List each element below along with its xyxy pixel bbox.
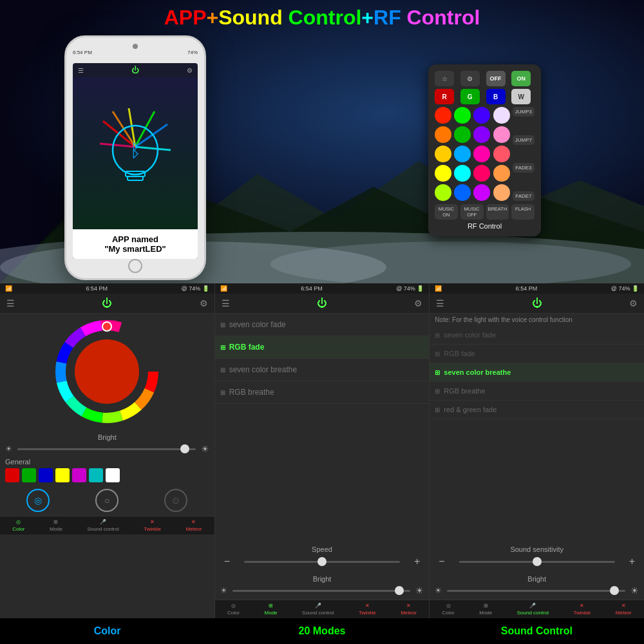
rf-color-6[interactable] [454, 126, 471, 143]
sound-mode-1[interactable]: ⊞ seven color fade [430, 326, 644, 345]
swatch-white[interactable] [106, 468, 120, 482]
mode-rgb-breathe[interactable]: ⊞ RGB breathe [215, 381, 430, 404]
sensitivity-slider[interactable]: Sound sensitivity − + [430, 542, 644, 571]
rf-btn-settings2: ⚙ [460, 71, 480, 86]
label-20modes: 20 Modes [214, 618, 429, 644]
label-sound-control: Sound Control [430, 618, 644, 644]
svg-text:ᛒ: ᛒ [130, 140, 141, 160]
status-time: 6:54 PM [86, 285, 108, 292]
panel-color: 📶 6:54 PM @ 74% 🔋 ☰ ⏻ ⚙ [0, 283, 214, 618]
swatch-green[interactable] [22, 468, 36, 482]
sound-mode-2[interactable]: ⊞ RGB fade [430, 345, 644, 363]
mode-rgb-fade[interactable]: ⊞ RGB fade [215, 336, 430, 359]
panel-mode-footer: ◎Color ⊞Mode 🎤Sound control ✕Twinkle ✕Me… [215, 600, 430, 618]
rf-btn-fade3[interactable]: FADE3 [513, 163, 535, 173]
status-signal: 📶 [5, 285, 12, 292]
rf-btn-music-on[interactable]: MUSIC ON [435, 204, 458, 220]
phone-showcase: 6:54 PM 74% ☰ ⏻ ⚙ [64, 35, 219, 267]
footer-twinkle-3[interactable]: ✕Twinkle [574, 603, 591, 616]
footer-sound[interactable]: 🎤Sound control [87, 519, 118, 532]
sound-mode-3[interactable]: ⊞ seven color breathe [430, 363, 644, 382]
rf-btn-w[interactable]: W [511, 89, 531, 104]
rf-control-label: RF Control [435, 222, 535, 230]
status-battery: @ 74% 🔋 [611, 285, 639, 292]
sound-mode-5[interactable]: ⊞ red & green fade [430, 401, 644, 419]
rf-color-10[interactable] [454, 146, 471, 162]
rf-color-13[interactable] [435, 165, 451, 182]
svg-point-28 [75, 339, 139, 404]
status-time: 6:54 PM [73, 50, 92, 55]
sensitivity-slider-row: − + [435, 556, 639, 567]
status-time: 6:54 PM [516, 285, 538, 292]
rf-btn-on[interactable]: ON [511, 71, 531, 86]
footer-mode[interactable]: ⊞Mode [50, 519, 62, 532]
top-section: APP+Sound Control+RF Control 6:54 PM 74%… [0, 0, 644, 283]
app-label: APP named "My smartLED" [73, 229, 198, 259]
footer-meteor-2[interactable]: ✕Meteor [401, 603, 417, 616]
footer-meteor[interactable]: ✕Meteor [185, 519, 202, 532]
rf-color-15[interactable] [473, 165, 490, 182]
footer-sound-2[interactable]: 🎤Sound control [302, 603, 334, 616]
rf-color-7[interactable] [473, 126, 490, 143]
footer-mode-2[interactable]: ⊞Mode [265, 603, 278, 616]
rf-color-1[interactable] [435, 107, 451, 124]
rf-color-20[interactable] [493, 184, 510, 201]
color-wheel-area [0, 314, 214, 430]
rf-color-16[interactable] [493, 165, 510, 182]
rf-color-9[interactable] [435, 146, 451, 162]
footer-color-2[interactable]: ◎Color [227, 603, 240, 616]
swatch-blue[interactable] [39, 468, 53, 482]
bright-slider[interactable]: Bright ☀ ☀ [0, 430, 214, 458]
general-label: General [0, 458, 214, 466]
rf-btn-jump3[interactable]: JUMP3 [513, 107, 535, 117]
slider-icons: ☀ ☀ [5, 444, 209, 454]
rf-color-8[interactable] [493, 126, 510, 143]
rf-color-17[interactable] [435, 184, 451, 201]
footer-twinkle[interactable]: ✕Twinkle [144, 519, 161, 532]
sound-mode-4[interactable]: ⊞ RGB breathe [430, 382, 644, 401]
rf-btn-fade7[interactable]: FADE7 [513, 191, 535, 201]
note-text: Note: For the light with the voice contr… [430, 314, 644, 326]
footer-sound-3[interactable]: 🎤Sound control [517, 603, 549, 616]
rf-color-14[interactable] [454, 165, 471, 182]
rf-btn-g[interactable]: G [460, 89, 480, 104]
rf-color-3[interactable] [473, 107, 490, 124]
footer-meteor-3[interactable]: ✕Meteor [616, 603, 632, 616]
swatch-red[interactable] [5, 468, 19, 482]
panel-color-status: 📶 6:54 PM @ 74% 🔋 [0, 283, 214, 294]
bottom-labels: Color 20 Modes Sound Control [0, 618, 644, 644]
bright-slider-2[interactable]: Bright ☀ ☀ [215, 571, 430, 600]
bright-slider-3[interactable]: Bright ☀ ☀ [430, 571, 644, 600]
footer-twinkle-2[interactable]: ✕Twinkle [359, 603, 376, 616]
rf-btn-b[interactable]: B [486, 89, 506, 104]
mode-seven-color-fade[interactable]: ⊞ seven color fade [215, 314, 430, 336]
rf-color-5[interactable] [435, 126, 451, 143]
footer-mode-3[interactable]: ⊞Mode [479, 603, 492, 616]
rf-btn-music-off[interactable]: MUSIC OFF [460, 204, 484, 220]
swatch-cyan[interactable] [89, 468, 103, 482]
rf-btn-jump7[interactable]: JUMP7 [513, 135, 535, 145]
rf-btn-off[interactable]: OFF [486, 71, 506, 86]
status-battery: 74% [187, 50, 198, 55]
rf-color-19[interactable] [473, 184, 490, 201]
rf-color-2[interactable] [454, 107, 471, 124]
footer-color[interactable]: ◎Color [12, 519, 24, 532]
rf-btn-breath[interactable]: BREATH [486, 204, 509, 220]
panel-sound: 📶 6:54 PM @ 74% 🔋 ☰ ⏻ ⚙ Note: For the li… [430, 283, 644, 618]
footer-color-3[interactable]: ◎Color [442, 603, 455, 616]
rf-btn-flash[interactable]: FLASH [511, 204, 535, 220]
rf-color-11[interactable] [473, 146, 490, 162]
speed-slider[interactable]: Speed − + [215, 542, 430, 571]
status-signal: 📶 [220, 285, 227, 292]
swatch-magenta[interactable] [72, 468, 86, 482]
panel-color-header: ☰ ⏻ ⚙ [0, 294, 214, 314]
icon-circle-rgb: ◎ [26, 489, 50, 512]
panel-mode-status: 📶 6:54 PM @ 74% 🔋 [215, 283, 430, 294]
rf-color-12[interactable] [493, 146, 510, 162]
swatch-yellow[interactable] [55, 468, 70, 482]
rf-color-18[interactable] [454, 184, 471, 201]
mode-seven-color-breathe[interactable]: ⊞ seven color breathe [215, 359, 430, 381]
rf-btn-r[interactable]: R [435, 89, 454, 104]
rf-color-4[interactable] [493, 107, 510, 124]
label-color: Color [0, 618, 214, 644]
